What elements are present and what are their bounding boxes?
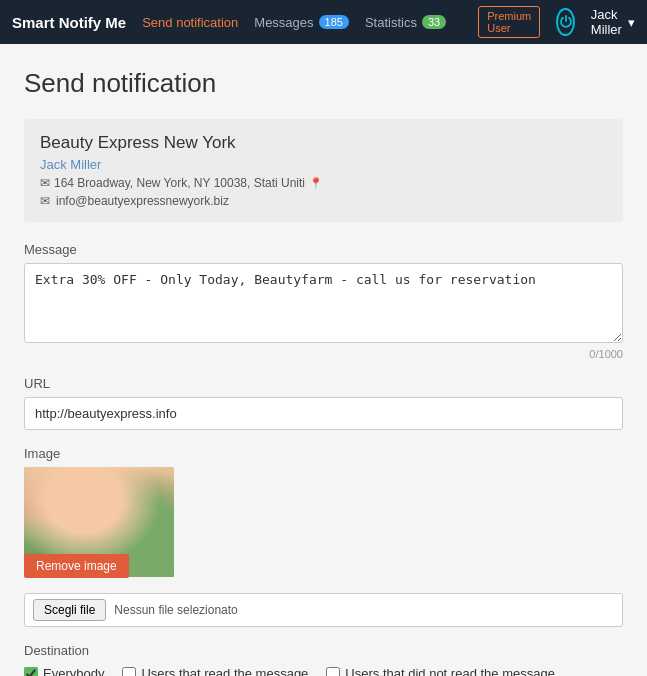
url-label: URL bbox=[24, 376, 623, 391]
message-input[interactable]: Extra 30% OFF - Only Today, Beautyfarm -… bbox=[24, 263, 623, 343]
pin-icon: 📍 bbox=[309, 177, 323, 190]
destination-read[interactable]: Users that read the message bbox=[122, 666, 308, 676]
app-brand: Smart Notify Me bbox=[12, 14, 126, 31]
business-address: ✉ 164 Broadway, New York, NY 10038, Stat… bbox=[40, 176, 607, 190]
message-label: Message bbox=[24, 242, 623, 257]
url-input[interactable] bbox=[24, 397, 623, 430]
business-owner: Jack Miller bbox=[40, 157, 607, 172]
premium-badge: Premium User bbox=[478, 6, 540, 38]
chevron-down-icon: ▾ bbox=[628, 15, 635, 30]
main-content: Send notification Beauty Express New Yor… bbox=[0, 44, 647, 676]
nav-messages[interactable]: Messages 185 bbox=[254, 15, 349, 30]
location-icon: ✉ bbox=[40, 176, 50, 190]
business-name: Beauty Express New York bbox=[40, 133, 607, 153]
page-title: Send notification bbox=[24, 68, 623, 99]
navbar: Smart Notify Me Send notification Messag… bbox=[0, 0, 647, 44]
destination-options: Everybody Users that read the message Us… bbox=[24, 666, 623, 676]
business-email: ✉ info@beautyexpressnewyork.biz bbox=[40, 194, 607, 208]
email-icon: ✉ bbox=[40, 194, 50, 208]
destination-group: Destination Everybody Users that read th… bbox=[24, 643, 623, 676]
image-label: Image bbox=[24, 446, 623, 461]
file-choose-button[interactable]: Scegli file bbox=[33, 599, 106, 621]
statistics-badge: 33 bbox=[422, 15, 446, 29]
url-group: URL bbox=[24, 376, 623, 430]
file-no-selected: Nessun file selezionato bbox=[114, 603, 237, 617]
everybody-checkbox[interactable] bbox=[24, 667, 38, 677]
user-menu[interactable]: Jack Miller ▾ bbox=[591, 7, 635, 37]
image-preview-wrap: Remove image bbox=[24, 467, 174, 577]
read-checkbox[interactable] bbox=[122, 667, 136, 677]
file-input-row: Scegli file Nessun file selezionato bbox=[24, 593, 623, 627]
destination-not-read[interactable]: Users that did not read the message bbox=[326, 666, 555, 676]
remove-image-button[interactable]: Remove image bbox=[24, 554, 129, 578]
destination-label: Destination bbox=[24, 643, 623, 658]
business-card: Beauty Express New York Jack Miller ✉ 16… bbox=[24, 119, 623, 222]
power-button[interactable] bbox=[556, 8, 575, 36]
message-group: Message Extra 30% OFF - Only Today, Beau… bbox=[24, 242, 623, 360]
nav-statistics[interactable]: Statistics 33 bbox=[365, 15, 446, 30]
char-count: 0/1000 bbox=[24, 348, 623, 360]
not-read-checkbox[interactable] bbox=[326, 667, 340, 677]
destination-everybody[interactable]: Everybody bbox=[24, 666, 104, 676]
image-group: Image Remove image Scegli file Nessun fi… bbox=[24, 446, 623, 627]
nav-send-notification[interactable]: Send notification bbox=[142, 15, 238, 30]
messages-badge: 185 bbox=[319, 15, 349, 29]
